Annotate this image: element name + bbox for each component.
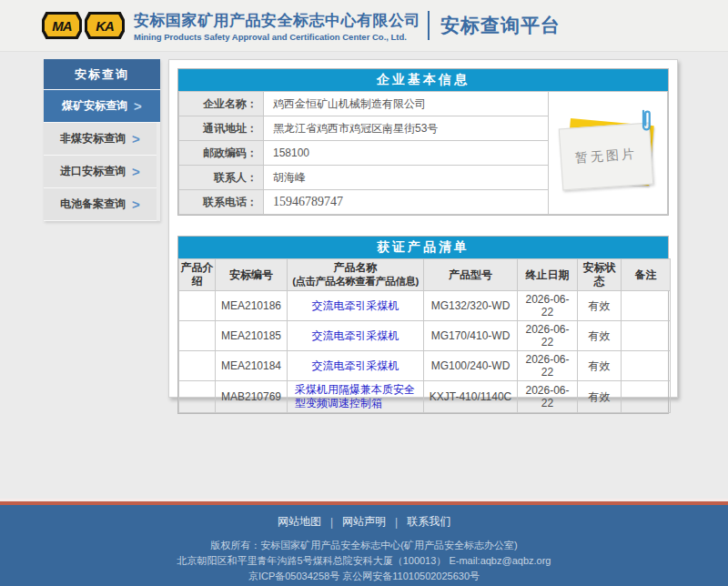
- platform-title: 安标查询平台: [440, 13, 561, 38]
- footer-copyright: 版权所有：安标国家矿用产品安全标志中心(矿用产品安全标志办公室) 北京朝阳区和平…: [0, 538, 728, 584]
- company-name-label: 企业名称：: [179, 92, 264, 116]
- no-image-placeholder: 暂无图片: [561, 115, 655, 191]
- phone-value: 15946789747: [264, 190, 549, 215]
- company-image-cell: 暂无图片: [549, 91, 668, 215]
- remark-cell: [622, 321, 671, 351]
- table-header-row: 产品介绍 安标编号 产品名称 (点击产品名称查看产品信息) 产品型号 终止日期 …: [179, 259, 671, 291]
- sidebar-item-label: 煤矿安标查询: [62, 98, 127, 114]
- ma-badge-label: MA: [45, 15, 79, 36]
- end-date-cell: 2026-06-22: [518, 381, 578, 413]
- main-panel: 企业基本信息 企业名称： 鸡西金恒矿山机械制造有限公司 通讯地址： 黑龙江省鸡西…: [168, 59, 678, 398]
- product-name-link[interactable]: 交流电牵引采煤机: [312, 299, 399, 312]
- status-cell: 有效: [578, 291, 622, 321]
- status-cell: 有效: [578, 381, 622, 413]
- model-cell: MG100/240-WD: [424, 351, 518, 381]
- footer-link-contact[interactable]: 联系我们: [407, 514, 450, 530]
- footer-links: 网站地图 | 网站声明 | 联系我们: [0, 514, 728, 530]
- header-divider: [428, 11, 430, 40]
- product-intro-cell: [179, 291, 216, 321]
- phone-label: 联系电话：: [179, 190, 264, 215]
- cert-no-cell: MAB210769: [216, 381, 288, 413]
- sidebar-item-noncoal-query[interactable]: 非煤安标查询 >: [44, 123, 157, 156]
- status-cell: 有效: [578, 321, 622, 351]
- footer-separator: |: [330, 516, 333, 529]
- product-intro-cell: [179, 351, 216, 381]
- end-date-cell: 2026-06-22: [518, 291, 578, 321]
- sidebar-item-label: 进口安标查询: [60, 164, 126, 179]
- footer-link-sitemap[interactable]: 网站地图: [278, 514, 321, 530]
- sidebar-item-coal-query[interactable]: 煤矿安标查询 >: [44, 90, 160, 123]
- col-end-date: 终止日期: [518, 259, 578, 291]
- page-footer: 网站地图 | 网站声明 | 联系我们 版权所有：安标国家矿用产品安全标志中心(矿…: [0, 499, 728, 586]
- table-row: 邮政编码： 158100: [179, 141, 549, 166]
- col-product-name-sub: (点击产品名称查看产品信息): [288, 275, 422, 288]
- product-intro-cell: [179, 321, 216, 351]
- address-label: 通讯地址：: [179, 116, 264, 141]
- footer-link-statement[interactable]: 网站声明: [342, 514, 386, 530]
- address-value: 黑龙江省鸡西市鸡冠区南星街53号: [264, 116, 549, 141]
- product-name-link[interactable]: 交流电牵引采煤机: [312, 329, 399, 342]
- product-intro-cell: [179, 381, 216, 413]
- product-name-cell: 交流电牵引采煤机: [288, 351, 424, 381]
- table-row: 联系电话： 15946789747: [179, 190, 549, 215]
- postcode-value: 158100: [264, 141, 549, 166]
- page-header: MA KA 安标国家矿用产品安全标志中心有限公司 Mining Products…: [0, 0, 728, 52]
- copyright-line-3: 京ICP备05034258号 京公网安备11010502025630号: [0, 569, 728, 584]
- model-cell: MG170/410-WD: [424, 321, 518, 351]
- copyright-line-1: 版权所有：安标国家矿用产品安全标志中心(矿用产品安全标志办公室): [0, 538, 728, 553]
- cert-no-cell: MEA210185: [216, 321, 288, 351]
- maka-logo: MA KA: [42, 12, 125, 39]
- chevron-right-icon: >: [132, 132, 140, 146]
- postcode-label: 邮政编码：: [179, 141, 264, 166]
- ma-badge-icon: MA: [42, 12, 82, 39]
- table-row: MEA210184 交流电牵引采煤机 MG100/240-WD 2026-06-…: [179, 351, 671, 381]
- copyright-line-2: 北京朝阳区和平里青年沟路5号煤科总院安科大厦（100013） E-mail:aq…: [0, 553, 728, 569]
- company-info-title: 企业基本信息: [178, 69, 668, 91]
- chevron-right-icon: >: [132, 165, 140, 178]
- product-list-table: 产品介绍 安标编号 产品名称 (点击产品名称查看产品信息) 产品型号 终止日期 …: [178, 258, 671, 413]
- product-name-link[interactable]: 交流电牵引采煤机: [312, 359, 399, 372]
- status-cell: 有效: [578, 351, 622, 381]
- col-cert-no: 安标编号: [216, 259, 288, 291]
- cert-no-cell: MEA210184: [216, 351, 288, 381]
- col-product-name-main: 产品名称: [288, 261, 422, 275]
- ka-badge-label: KA: [87, 15, 122, 36]
- chevron-right-icon: >: [134, 99, 142, 113]
- model-cell: MG132/320-WD: [424, 291, 518, 321]
- sidebar-header: 安标查询: [44, 59, 160, 90]
- product-list-section: 获证产品清单 产品介绍 安标编号 产品名称 (点击产品名称查看产品信息) 产品型…: [177, 236, 669, 414]
- company-name-value: 鸡西金恒矿山机械制造有限公司: [264, 92, 549, 116]
- table-row: MEA210185 交流电牵引采煤机 MG170/410-WD 2026-06-…: [179, 321, 671, 351]
- org-name-en: Mining Products Safety Approval and Cert…: [134, 32, 420, 42]
- table-row: MAB210769 采煤机用隔爆兼本质安全型变频调速控制箱 KXJT-410/1…: [179, 381, 671, 413]
- end-date-cell: 2026-06-22: [518, 351, 578, 381]
- product-list-title: 获证产品清单: [178, 237, 668, 258]
- sidebar: 安标查询 煤矿安标查询 > 非煤安标查询 > 进口安标查询 > 电池备案查询 >: [44, 59, 160, 221]
- col-remark: 备注: [622, 259, 671, 291]
- table-row: 通讯地址： 黑龙江省鸡西市鸡冠区南星街53号: [179, 116, 549, 141]
- ka-badge-icon: KA: [85, 12, 125, 39]
- sidebar-item-battery-query[interactable]: 电池备案查询 >: [44, 188, 157, 221]
- sidebar-item-label: 电池备案查询: [60, 197, 126, 212]
- chevron-right-icon: >: [132, 197, 140, 211]
- company-info-section: 企业基本信息 企业名称： 鸡西金恒矿山机械制造有限公司 通讯地址： 黑龙江省鸡西…: [177, 68, 669, 216]
- footer-separator: |: [395, 516, 398, 529]
- col-product-name: 产品名称 (点击产品名称查看产品信息): [288, 259, 424, 291]
- sidebar-item-label: 非煤安标查询: [60, 131, 126, 146]
- remark-cell: [622, 381, 671, 413]
- product-name-link[interactable]: 采煤机用隔爆兼本质安全型变频调速控制箱: [295, 383, 415, 409]
- footer-main: 网站地图 | 网站声明 | 联系我们 版权所有：安标国家矿用产品安全标志中心(矿…: [0, 505, 728, 586]
- company-info-table: 企业名称： 鸡西金恒矿山机械制造有限公司 通讯地址： 黑龙江省鸡西市鸡冠区南星街…: [178, 91, 549, 215]
- remark-cell: [622, 351, 671, 381]
- table-row: MEA210186 交流电牵引采煤机 MG132/320-WD 2026-06-…: [179, 291, 671, 321]
- org-titles: 安标国家矿用产品安全标志中心有限公司 Mining Products Safet…: [134, 10, 420, 42]
- contact-person-value: 胡海峰: [264, 166, 549, 190]
- table-row: 企业名称： 鸡西金恒矿山机械制造有限公司: [179, 92, 549, 116]
- sidebar-item-import-query[interactable]: 进口安标查询 >: [44, 156, 157, 188]
- col-product-intro: 产品介绍: [179, 259, 216, 291]
- table-row: 联系人： 胡海峰: [179, 166, 549, 190]
- remark-cell: [622, 291, 671, 321]
- col-status: 安标状态: [578, 259, 622, 291]
- product-name-cell: 交流电牵引采煤机: [288, 291, 424, 321]
- cert-no-cell: MEA210186: [216, 291, 288, 321]
